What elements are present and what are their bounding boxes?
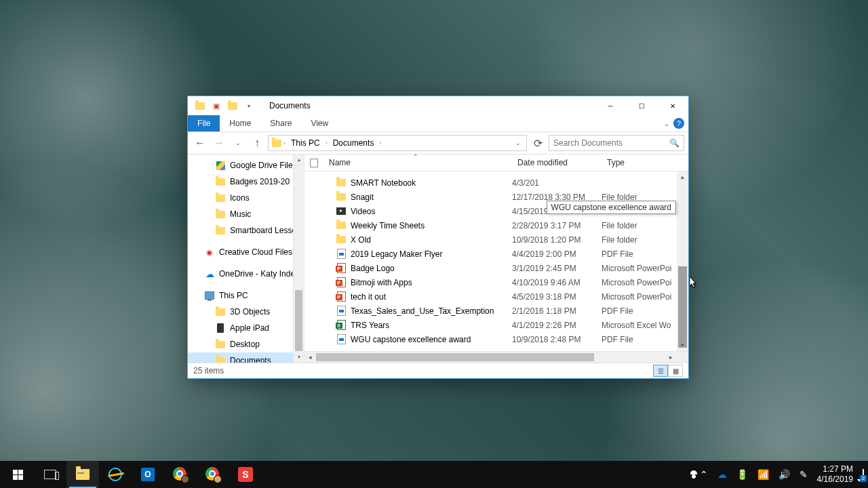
refresh-button[interactable]: ⟳	[530, 137, 546, 150]
scroll-down-icon[interactable]: ▾	[294, 352, 304, 363]
window-title: Documents	[269, 101, 311, 110]
tab-home[interactable]: Home	[220, 115, 260, 131]
column-checkbox[interactable]	[304, 159, 323, 167]
sidebar-item[interactable]: ◉Creative Cloud Files	[188, 244, 304, 260]
sidebar-item[interactable]: Music	[188, 206, 304, 222]
file-name: 2019 Legacy Maker Flyer	[351, 249, 442, 259]
chevron-right-icon[interactable]: ›	[283, 140, 285, 146]
volume-icon[interactable]: 🔊	[778, 469, 790, 480]
qat-dropdown-icon[interactable]: ▾	[243, 100, 254, 111]
scroll-up-icon[interactable]: ▴	[294, 155, 304, 165]
battery-icon[interactable]: 🔋	[736, 469, 748, 480]
address-dropdown-icon[interactable]: ⌄	[513, 140, 524, 146]
sidebar-scrollbar[interactable]: ▴ ▾	[293, 155, 304, 363]
large-icons-view-button[interactable]: ▦	[668, 365, 683, 377]
sidebar-item[interactable]: 3D Objects	[188, 304, 304, 320]
navigation-pane: Google Drive File📌Badges 2019-20IconsMus…	[188, 155, 304, 363]
file-name: Badge Logo	[351, 264, 395, 273]
taskbar-snagit[interactable]: S	[229, 461, 262, 488]
chevron-right-icon[interactable]: ›	[379, 140, 381, 146]
scroll-left-icon[interactable]: ◂	[304, 352, 316, 363]
navigation-bar: ← → ⌄ ↑ › This PC › Documents › ⌄ ⟳ 🔍	[188, 132, 688, 155]
crumb-documents[interactable]: Documents	[329, 138, 378, 148]
details-view-button[interactable]: ☰	[653, 365, 668, 377]
onedrive-tray-icon[interactable]: ☁	[717, 469, 727, 480]
file-name: Videos	[351, 207, 375, 216]
file-date: 4/3/201	[512, 178, 601, 188]
table-row[interactable]: 2019 Legacy Maker Flyer4/4/2019 2:00 PMP…	[304, 247, 688, 261]
scrollbar-thumb[interactable]	[295, 290, 302, 351]
scrollbar-thumb[interactable]	[678, 266, 687, 348]
column-type[interactable]: Type	[601, 158, 688, 167]
tray-overflow-icon[interactable]: ⌃	[700, 469, 708, 480]
file-type: Microsoft PowerPoi	[601, 278, 688, 287]
folder-icon	[336, 235, 347, 245]
back-button[interactable]: ←	[192, 135, 208, 151]
wifi-icon[interactable]: 📶	[757, 469, 769, 480]
minimize-button[interactable]: ─	[595, 96, 626, 115]
taskbar-file-explorer[interactable]	[66, 461, 99, 488]
file-type: File folder	[601, 235, 688, 245]
pen-icon[interactable]: ✎	[800, 469, 808, 480]
search-icon[interactable]: 🔍	[669, 138, 679, 148]
scroll-up-icon[interactable]: ▴	[677, 171, 688, 183]
tab-file[interactable]: File	[188, 115, 220, 131]
folder-icon	[195, 100, 205, 111]
table-row[interactable]: Texas_Sales_and_Use_Tax_Exemption2/1/201…	[304, 304, 688, 318]
up-button[interactable]: ↑	[249, 135, 265, 151]
sidebar-item[interactable]: This PC	[188, 287, 304, 304]
forward-button[interactable]: →	[211, 135, 227, 151]
address-bar[interactable]: › This PC › Documents › ⌄	[268, 135, 527, 151]
horizontal-scrollbar[interactable]: ◂ ▸	[304, 351, 688, 363]
sidebar-item[interactable]: Icons	[188, 190, 304, 206]
scroll-right-icon[interactable]: ▸	[665, 352, 677, 363]
taskbar-chrome-profile-1[interactable]	[164, 461, 197, 488]
scrollbar-thumb[interactable]	[316, 353, 594, 361]
table-row[interactable]: WGU capstone excellence award10/9/2018 2…	[304, 332, 688, 346]
start-button[interactable]	[1, 461, 34, 488]
task-view-button[interactable]	[34, 461, 66, 488]
taskbar-outlook[interactable]: O	[132, 461, 164, 488]
taskbar-internet-explorer[interactable]	[99, 461, 132, 488]
table-row[interactable]: TRS Years4/1/2019 2:26 PMMicrosoft Excel…	[304, 318, 688, 332]
title-bar[interactable]: ▣ ▾ Documents ─ ☐ ✕	[188, 96, 688, 115]
table-row[interactable]: Weekly Time Sheets2/28/2019 3:17 PMFile …	[304, 218, 688, 232]
new-folder-icon[interactable]	[227, 100, 238, 111]
sidebar-item-label: Badges 2019-20	[230, 177, 290, 186]
onedrive-icon: ☁	[204, 268, 215, 279]
folder-icon	[215, 192, 226, 203]
scroll-down-icon[interactable]: ▾	[677, 340, 688, 351]
tab-view[interactable]: View	[301, 115, 338, 131]
taskbar-chrome-profile-2[interactable]	[197, 461, 229, 488]
crumb-this-pc[interactable]: This PC	[287, 138, 324, 148]
sidebar-item[interactable]: Documents	[188, 352, 304, 363]
ribbon-collapse-icon[interactable]: ⌄	[664, 120, 669, 127]
recent-dropdown[interactable]: ⌄	[230, 135, 246, 151]
help-icon[interactable]: ?	[673, 118, 684, 129]
table-row[interactable]: X Old10/9/2018 1:20 PMFile folder	[304, 232, 688, 247]
sidebar-item[interactable]: Google Drive File📌	[188, 157, 304, 174]
sidebar-item-label: OneDrive - Katy Indep	[219, 269, 300, 279]
sidebar-item[interactable]: Badges 2019-20	[188, 174, 304, 190]
clock[interactable]: 1:27 PM 4/16/2019	[817, 464, 853, 485]
table-row[interactable]: SMART Notebook4/3/201	[304, 176, 688, 190]
sidebar-item[interactable]: Smartboard Lessons	[188, 222, 304, 239]
maximize-button[interactable]: ☐	[626, 96, 657, 115]
table-row[interactable]: Bitmoji with Apps4/10/2019 9:46 AMMicros…	[304, 275, 688, 289]
close-button[interactable]: ✕	[657, 96, 688, 115]
sidebar-item[interactable]: Apple iPad	[188, 320, 304, 336]
properties-icon[interactable]: ▣	[211, 100, 222, 111]
sidebar-item[interactable]: Desktop	[188, 336, 304, 352]
table-row[interactable]: Badge Logo3/1/2019 2:45 PMMicrosoft Powe…	[304, 261, 688, 275]
vertical-scrollbar[interactable]: ▴ ▾	[677, 171, 688, 351]
column-date[interactable]: Date modified	[512, 158, 601, 167]
action-center-button[interactable]: 2	[863, 470, 864, 479]
search-box[interactable]: 🔍	[549, 135, 684, 151]
chevron-right-icon[interactable]: ›	[326, 140, 328, 146]
tab-share[interactable]: Share	[260, 115, 301, 131]
ppt-icon	[336, 277, 347, 288]
sidebar-item[interactable]: ☁OneDrive - Katy Indep	[188, 266, 304, 282]
table-row[interactable]	[304, 171, 688, 176]
search-input[interactable]	[553, 138, 665, 148]
table-row[interactable]: tech it out4/5/2019 3:18 PMMicrosoft Pow…	[304, 289, 688, 304]
